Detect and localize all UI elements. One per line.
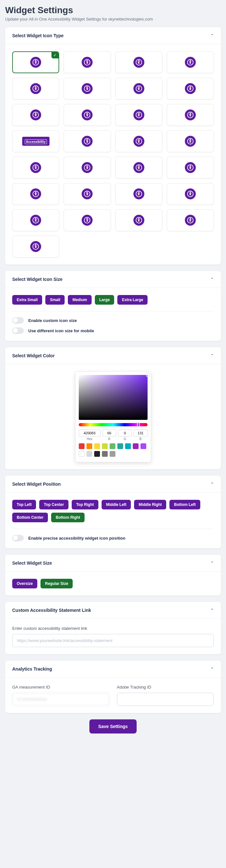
swatch[interactable] <box>94 443 100 449</box>
panel-head-widget-color[interactable]: Select Widget Color ⌃ <box>5 347 221 364</box>
swatch[interactable] <box>86 443 92 449</box>
g-label: G <box>118 437 132 441</box>
widget-size-option-regular-size[interactable]: Regular Size <box>40 579 73 588</box>
icon-option-aa-text[interactable] <box>167 78 214 99</box>
adobe-label: Adobe Tracking ID <box>117 685 214 689</box>
swatch[interactable] <box>86 451 92 457</box>
swatch[interactable] <box>110 443 115 449</box>
icon-option-circle-a[interactable] <box>167 51 214 73</box>
wheelchair-alt6-icon <box>30 188 41 199</box>
b-input[interactable] <box>134 430 147 437</box>
icon-option-wheelchair-alt4[interactable] <box>115 157 162 179</box>
panel-head-widget-size[interactable]: Select Widget Size ⌃ <box>5 555 221 572</box>
swatch[interactable] <box>79 443 85 449</box>
icon-option-cursor-target[interactable] <box>64 78 111 99</box>
swatch[interactable] <box>133 443 139 449</box>
icon-option-eye-slash[interactable] <box>115 51 162 73</box>
size-option-small[interactable]: Small <box>45 295 65 305</box>
wheelchair-alt2-icon <box>30 162 41 173</box>
icon-option-wheelchair-alt11[interactable] <box>64 209 111 231</box>
position-option-middle-left[interactable]: Middle Left <box>102 500 131 509</box>
icon-option-globe[interactable] <box>64 130 111 152</box>
check-icon: ✓ <box>51 52 58 58</box>
panel-head-analytics[interactable]: Analytics Tracking ⌃ <box>5 661 221 678</box>
icon-option-gear-circle[interactable] <box>115 78 162 99</box>
size-option-extra-small[interactable]: Extra Small <box>12 295 42 305</box>
icon-option-target[interactable] <box>64 104 111 126</box>
swatch[interactable] <box>94 451 100 457</box>
position-option-bottom-center[interactable]: Bottom Center <box>12 513 48 522</box>
chevron-up-icon: ⌃ <box>210 667 214 671</box>
chevron-up-icon: ⌃ <box>210 561 214 565</box>
hex-input[interactable] <box>79 430 101 437</box>
icon-option-wheelchair-alt5[interactable] <box>167 157 214 179</box>
icon-option-wheelchair-alt[interactable] <box>167 130 214 152</box>
panel-title: Analytics Tracking <box>12 666 52 672</box>
hue-slider[interactable] <box>79 423 147 426</box>
g-input[interactable] <box>118 430 132 437</box>
size-option-medium[interactable]: Medium <box>68 295 91 305</box>
vision-icon <box>134 136 144 147</box>
swatch[interactable] <box>102 451 108 457</box>
position-option-middle-right[interactable]: Middle Right <box>134 500 166 509</box>
adobe-tracking-input[interactable] <box>117 693 214 706</box>
icon-option-vision[interactable] <box>115 130 162 152</box>
wheelchair-alt14-icon <box>30 241 41 252</box>
icon-option-wheelchair-motion[interactable] <box>167 104 214 126</box>
accessibility-badge-icon: Accessibility <box>22 137 50 146</box>
swatch[interactable] <box>117 443 123 449</box>
icon-option-braille[interactable] <box>115 104 162 126</box>
color-picker: Hex R G B <box>75 371 151 462</box>
toggle-mobile-icon-size[interactable] <box>12 328 24 334</box>
page-subtitle: Update your All in One Accessibility Wid… <box>5 17 221 22</box>
swatch[interactable] <box>125 443 131 449</box>
panel-head-widget-position[interactable]: Select Widget Position ⌃ <box>5 476 221 493</box>
swatch[interactable] <box>79 451 85 457</box>
position-option-top-right[interactable]: Top Right <box>72 500 98 509</box>
icon-option-wheelchair-alt9[interactable] <box>167 183 214 205</box>
position-option-bottom-left[interactable]: Bottom Left <box>169 500 200 509</box>
ga-measurement-input[interactable] <box>12 693 109 706</box>
icon-option-wheelchair[interactable] <box>64 51 111 73</box>
icon-option-wheelchair-alt10[interactable] <box>12 209 59 231</box>
color-saturation-area[interactable] <box>79 375 147 420</box>
save-settings-button[interactable]: Save Settings <box>89 719 137 734</box>
icon-option-wheelchair-alt8[interactable] <box>115 183 162 205</box>
r-input[interactable] <box>103 430 116 437</box>
icon-option-wheelchair-alt6[interactable] <box>12 183 59 205</box>
position-option-top-center[interactable]: Top Center <box>39 500 68 509</box>
sliders-icon <box>30 110 41 120</box>
wheelchair-alt13-icon <box>185 215 196 226</box>
icon-option-wheelchair-alt13[interactable] <box>167 209 214 231</box>
size-option-extra-large[interactable]: Extra Large <box>117 295 147 305</box>
custom-link-input[interactable] <box>12 634 214 647</box>
wheelchair-alt5-icon <box>185 162 196 173</box>
hex-label: Hex <box>79 437 101 441</box>
wheelchair-alt12-icon <box>134 215 144 226</box>
icon-option-accessibility-person[interactable]: ✓ <box>12 51 59 73</box>
widget-size-option-oversize[interactable]: Oversize <box>12 579 37 588</box>
swatch[interactable] <box>110 451 115 457</box>
panel-widget-color: Select Widget Color ⌃ Hex R <box>5 347 221 469</box>
panel-icon-size: Select Widget Icon Size ⌃ Extra SmallSma… <box>5 271 221 341</box>
swatch[interactable] <box>140 443 146 449</box>
toggle-precise-position[interactable] <box>12 535 24 541</box>
swatch[interactable] <box>102 443 108 449</box>
icon-option-wheelchair-alt7[interactable] <box>64 183 111 205</box>
globe-icon <box>82 136 92 147</box>
icon-option-wheelchair-alt14[interactable] <box>12 236 59 257</box>
icon-option-wheelchair-alt3[interactable] <box>64 157 111 179</box>
panel-head-icon-size[interactable]: Select Widget Icon Size ⌃ <box>5 271 221 288</box>
toggle-custom-icon-size[interactable] <box>12 317 24 323</box>
panel-title: Custom Accessibility Statement Link <box>12 608 91 613</box>
panel-head-custom-link[interactable]: Custom Accessibility Statement Link ⌃ <box>5 602 221 619</box>
position-option-top-left[interactable]: Top Left <box>12 500 36 509</box>
icon-option-sliders[interactable] <box>12 104 59 126</box>
icon-option-accessibility-badge[interactable]: Accessibility <box>12 130 59 152</box>
position-option-bottom-right[interactable]: Bottom Right <box>51 513 85 522</box>
icon-option-person-standing[interactable] <box>12 78 59 99</box>
size-option-large[interactable]: Large <box>95 295 114 305</box>
icon-option-wheelchair-alt2[interactable] <box>12 157 59 179</box>
icon-option-wheelchair-alt12[interactable] <box>115 209 162 231</box>
panel-head-icon-type[interactable]: Select Widget Icon Type ⌃ <box>5 27 221 44</box>
